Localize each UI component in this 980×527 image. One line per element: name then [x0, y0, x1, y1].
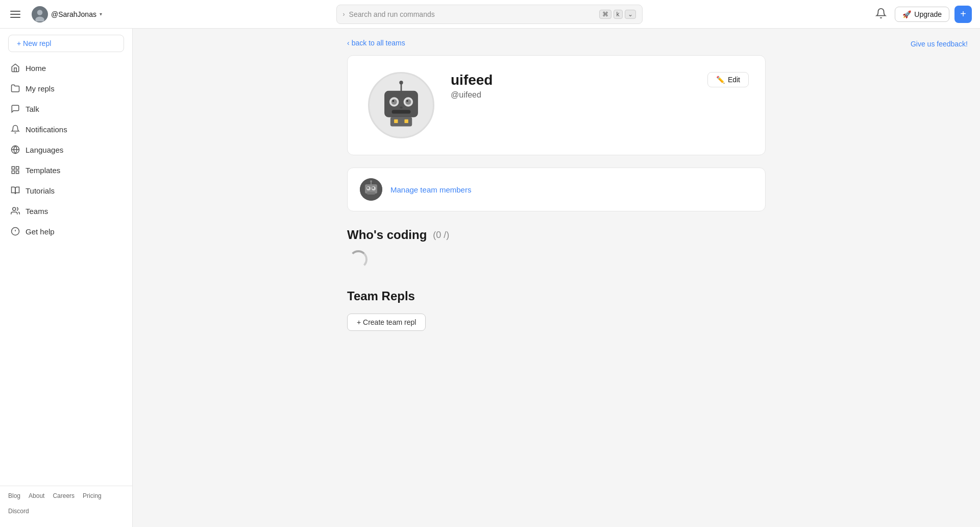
- edit-team-button[interactable]: ✏️ Edit: [707, 72, 749, 87]
- team-handle: @uifeed: [451, 90, 745, 100]
- sidebar-item-templates[interactable]: Templates: [4, 160, 128, 180]
- notification-button[interactable]: [872, 5, 890, 23]
- sidebar-item-label: Talk: [26, 105, 39, 113]
- bell-icon: [875, 8, 887, 19]
- footer-careers[interactable]: Careers: [53, 492, 75, 499]
- sidebar-nav: Home My repls Talk: [0, 58, 132, 241]
- search-bar[interactable]: › Search and run commands ⌘ k ⌄: [336, 5, 643, 24]
- back-to-teams-link[interactable]: ‹ back to all teams: [347, 29, 405, 55]
- feedback-link[interactable]: Give us feedback!: [911, 40, 968, 48]
- sidebar-item-talk[interactable]: Talk: [4, 99, 128, 118]
- shortcut-expand-icon: ⌄: [625, 10, 636, 19]
- create-repl-label: + Create team repl: [357, 318, 416, 326]
- svg-point-4: [37, 10, 43, 15]
- sidebar-item-get-help[interactable]: Get help: [4, 222, 128, 241]
- svg-rect-10: [16, 171, 19, 174]
- whos-coding-label: Who's coding: [347, 228, 427, 242]
- svg-point-35: [368, 187, 369, 189]
- sidebar-item-label: Home: [26, 64, 46, 73]
- team-info: uifeed @uifeed: [451, 72, 745, 100]
- footer-pricing[interactable]: Pricing: [83, 492, 102, 499]
- sidebar-item-notifications[interactable]: Notifications: [4, 119, 128, 139]
- sidebar-item-label: My repls: [26, 84, 55, 93]
- users-icon: [10, 206, 20, 216]
- upgrade-button[interactable]: 🚀 Upgrade: [895, 7, 949, 22]
- svg-point-23: [406, 100, 408, 102]
- svg-point-27: [399, 81, 403, 84]
- svg-rect-25: [400, 107, 403, 109]
- footer-blog[interactable]: Blog: [8, 492, 20, 499]
- menu-icon: [10, 9, 20, 19]
- topbar-center: › Search and run commands ⌘ k ⌄: [112, 5, 866, 24]
- whos-coding-section: Who's coding (0 /): [347, 228, 766, 269]
- manage-team-section: Manage team members: [347, 167, 766, 211]
- topbar: @SarahJonas ▾ › Search and run commands …: [0, 0, 980, 29]
- home-icon: [10, 63, 20, 73]
- hamburger-button[interactable]: [8, 7, 22, 21]
- footer-discord[interactable]: Discord: [8, 508, 29, 515]
- new-repl-button[interactable]: + New repl: [8, 35, 124, 52]
- sidebar-item-my-repls[interactable]: My repls: [4, 79, 128, 98]
- sidebar-item-label: Get help: [26, 227, 55, 236]
- svg-point-22: [392, 100, 394, 102]
- team-name: uifeed: [451, 72, 745, 88]
- svg-point-12: [13, 207, 16, 210]
- whos-coding-count: (0 /): [433, 230, 449, 241]
- loading-spinner: [349, 250, 368, 269]
- team-profile-card: uifeed @uifeed ✏️ Edit: [347, 55, 766, 155]
- svg-rect-9: [16, 166, 19, 169]
- sidebar-item-teams[interactable]: Teams: [4, 201, 128, 221]
- whos-coding-title: Who's coding (0 /): [347, 228, 766, 242]
- sidebar-item-home[interactable]: Home: [4, 58, 128, 78]
- sidebar-item-label: Templates: [26, 166, 60, 175]
- plus-icon: +: [960, 8, 966, 20]
- svg-rect-29: [394, 119, 398, 123]
- folder-icon: [10, 83, 20, 93]
- team-repls-title: Team Repls: [347, 289, 766, 303]
- sidebar: + New repl Home My r: [0, 29, 133, 527]
- info-icon: [10, 226, 20, 236]
- sidebar-footer: Blog About Careers Pricing Discord: [0, 486, 132, 521]
- main-content: ‹ back to all teams: [133, 29, 980, 527]
- back-chevron-icon: ‹: [347, 39, 350, 47]
- globe-icon: [10, 145, 20, 155]
- back-link-text: back to all teams: [352, 39, 405, 47]
- sidebar-item-label: Notifications: [26, 125, 67, 134]
- search-placeholder-text: Search and run commands: [349, 10, 595, 18]
- create-team-repl-button[interactable]: + Create team repl: [347, 314, 426, 331]
- svg-point-36: [373, 187, 374, 189]
- upgrade-label: Upgrade: [914, 10, 942, 18]
- user-avatar-image: [33, 7, 47, 21]
- book-icon: [10, 185, 20, 196]
- svg-rect-1: [10, 14, 20, 15]
- notifications-icon: [10, 124, 20, 134]
- username-label: @SarahJonas: [51, 10, 96, 18]
- svg-rect-2: [10, 17, 20, 18]
- new-plus-button[interactable]: +: [954, 6, 972, 23]
- search-shortcut: ⌘ k ⌄: [599, 10, 636, 19]
- user-menu-button[interactable]: @SarahJonas ▾: [28, 4, 106, 25]
- team-avatar: [368, 72, 434, 138]
- svg-rect-0: [10, 11, 20, 12]
- sidebar-item-tutorials[interactable]: Tutorials: [4, 181, 128, 200]
- manage-avatar: [360, 178, 382, 201]
- svg-point-20: [391, 99, 397, 105]
- manage-team-members-link[interactable]: Manage team members: [390, 185, 471, 194]
- sidebar-item-label: Tutorials: [26, 186, 55, 195]
- topbar-left: @SarahJonas ▾: [8, 4, 106, 25]
- new-repl-label: + New repl: [17, 39, 51, 47]
- team-avatar-image: [371, 75, 432, 136]
- sidebar-item-label: Languages: [26, 146, 63, 154]
- layout: + New repl Home My r: [0, 29, 980, 527]
- svg-rect-30: [404, 119, 408, 123]
- shortcut-key2: k: [614, 10, 623, 19]
- svg-rect-28: [390, 117, 412, 126]
- svg-rect-37: [367, 192, 375, 195]
- sidebar-item-languages[interactable]: Languages: [4, 140, 128, 159]
- manage-avatar-image: [360, 178, 382, 201]
- avatar: [32, 6, 48, 22]
- footer-about[interactable]: About: [29, 492, 44, 499]
- topbar-right: 🚀 Upgrade +: [872, 5, 972, 23]
- grid-icon: [10, 165, 20, 175]
- main-inner: ‹ back to all teams: [327, 29, 786, 351]
